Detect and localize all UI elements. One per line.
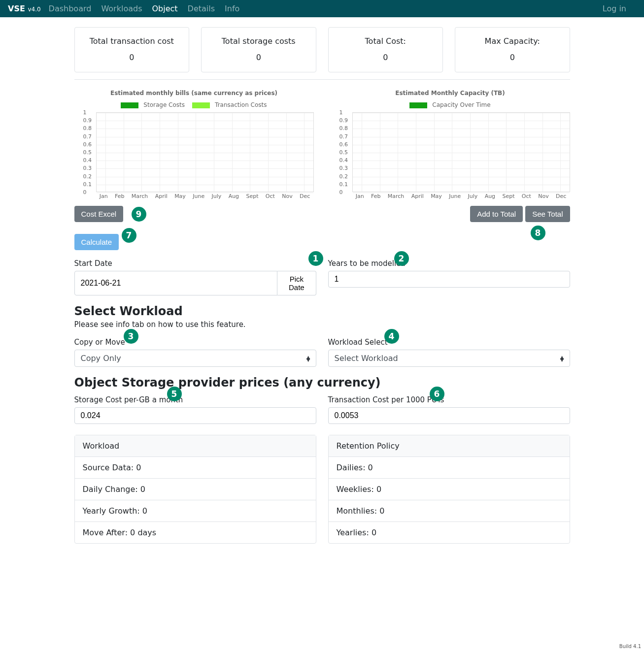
legend-capacity: Capacity Over Time bbox=[432, 101, 490, 108]
brand[interactable]: VSE v4.0 bbox=[8, 4, 41, 13]
main-container: Total transaction cost 0 Total storage c… bbox=[68, 17, 576, 563]
card-storage-cost: Total storage costs 0 bbox=[201, 27, 316, 72]
retention-weeklies: Weeklies: 0 bbox=[329, 478, 570, 500]
legend-transaction: Transaction Costs bbox=[215, 101, 267, 108]
card-max-label: Max Capacity: bbox=[455, 36, 570, 46]
workload-panel: Workload Source Data: 0 Daily Change: 0 … bbox=[74, 435, 316, 544]
card-max-value: 0 bbox=[455, 53, 570, 62]
card-total-value: 0 bbox=[329, 53, 443, 62]
workload-select-label: Workload Select bbox=[328, 338, 570, 347]
nav-object[interactable]: Object bbox=[152, 4, 177, 13]
legend-swatch-transaction bbox=[192, 102, 210, 108]
storage-cost-input[interactable] bbox=[74, 407, 316, 424]
badge-7: 7 bbox=[122, 228, 136, 243]
workload-source-data: Source Data: 0 bbox=[75, 456, 316, 478]
badge-8: 8 bbox=[531, 226, 545, 240]
chart-bills-title: Estimated monthly bills (same currency a… bbox=[74, 90, 314, 97]
transaction-cost-label: Transaction Cost per 1000 PUTs bbox=[328, 395, 570, 404]
select-workload-header: Select Workload bbox=[74, 304, 570, 318]
brand-name: VSE bbox=[8, 4, 25, 13]
badge-6: 6 bbox=[430, 387, 444, 401]
retention-monthlies: Monthlies: 0 bbox=[329, 500, 570, 521]
prices-header: Object Storage provider prices (any curr… bbox=[74, 376, 570, 390]
legend-swatch-capacity bbox=[409, 102, 427, 108]
storage-cost-label: Storage Cost per-GB a month bbox=[74, 395, 316, 404]
chart-capacity: Estimated Monthly Capacity (TB) Capacity… bbox=[331, 90, 570, 222]
card-max-capacity: Max Capacity: 0 bbox=[455, 27, 570, 72]
chart-capacity-legend: Capacity Over Time bbox=[331, 101, 570, 108]
nav-details[interactable]: Details bbox=[188, 4, 215, 13]
badge-9: 9 bbox=[132, 207, 146, 222]
card-storage-label: Total storage costs bbox=[202, 36, 316, 46]
nav-info[interactable]: Info bbox=[225, 4, 239, 13]
years-label: Years to be modelled bbox=[328, 259, 570, 268]
badge-4: 4 bbox=[384, 329, 399, 344]
see-total-button[interactable]: See Total bbox=[525, 206, 570, 222]
card-storage-value: 0 bbox=[202, 53, 316, 62]
brand-version: v4.0 bbox=[28, 6, 40, 13]
start-date-label: Start Date bbox=[74, 259, 316, 268]
workload-daily-change: Daily Change: 0 bbox=[75, 478, 316, 500]
transaction-cost-input[interactable] bbox=[328, 407, 570, 424]
copy-move-select[interactable]: Copy Only bbox=[74, 350, 316, 367]
badge-1: 1 bbox=[308, 251, 323, 266]
nav-dashboard[interactable]: Dashboard bbox=[49, 4, 92, 13]
retention-panel-header: Retention Policy bbox=[329, 435, 570, 456]
pick-date-button[interactable]: Pick Date bbox=[277, 271, 316, 295]
retention-dailies: Dailies: 0 bbox=[329, 456, 570, 478]
cost-excel-button[interactable]: Cost Excel bbox=[74, 206, 124, 222]
start-date-input[interactable] bbox=[74, 271, 278, 295]
workload-select[interactable]: Select Workload bbox=[328, 350, 570, 367]
years-input[interactable] bbox=[328, 271, 570, 288]
chart-capacity-title: Estimated Monthly Capacity (TB) bbox=[331, 90, 570, 97]
card-transaction-label: Total transaction cost bbox=[75, 36, 189, 46]
select-workload-help: Please see info tab on how to use this f… bbox=[74, 320, 570, 329]
badge-5: 5 bbox=[167, 387, 182, 401]
workload-panel-header: Workload bbox=[75, 435, 316, 456]
retention-panel: Retention Policy Dailies: 0 Weeklies: 0 … bbox=[328, 435, 570, 544]
plot-bills: 00.10.20.30.40.50.60.70.80.91JanFebMarch… bbox=[85, 112, 314, 201]
workload-yearly-growth: Yearly Growth: 0 bbox=[75, 500, 316, 521]
add-to-total-button[interactable]: Add to Total bbox=[470, 206, 523, 222]
retention-yearlies: Yearlies: 0 bbox=[329, 521, 570, 543]
nav-workloads[interactable]: Workloads bbox=[101, 4, 142, 13]
plot-capacity: 00.10.20.30.40.50.60.70.80.91JanFebMarch… bbox=[341, 112, 570, 201]
navbar: VSE v4.0 Dashboard Workloads Object Deta… bbox=[0, 0, 644, 17]
card-transaction-cost: Total transaction cost 0 bbox=[74, 27, 190, 72]
legend-swatch-storage bbox=[121, 102, 138, 108]
card-transaction-value: 0 bbox=[75, 53, 189, 62]
legend-storage: Storage Costs bbox=[143, 101, 185, 108]
card-total-cost: Total Cost: 0 bbox=[328, 27, 443, 72]
workload-move-after: Move After: 0 days bbox=[75, 521, 316, 543]
copy-move-label: Copy or Move bbox=[74, 338, 316, 347]
chart-bills: Estimated monthly bills (same currency a… bbox=[74, 90, 314, 222]
calculate-button[interactable]: Calculate bbox=[74, 234, 119, 250]
badge-2: 2 bbox=[394, 251, 409, 266]
nav-login[interactable]: Log in bbox=[603, 4, 626, 13]
card-total-label: Total Cost: bbox=[329, 36, 443, 46]
chart-bills-legend: Storage Costs Transaction Costs bbox=[74, 101, 314, 108]
badge-3: 3 bbox=[124, 329, 138, 344]
